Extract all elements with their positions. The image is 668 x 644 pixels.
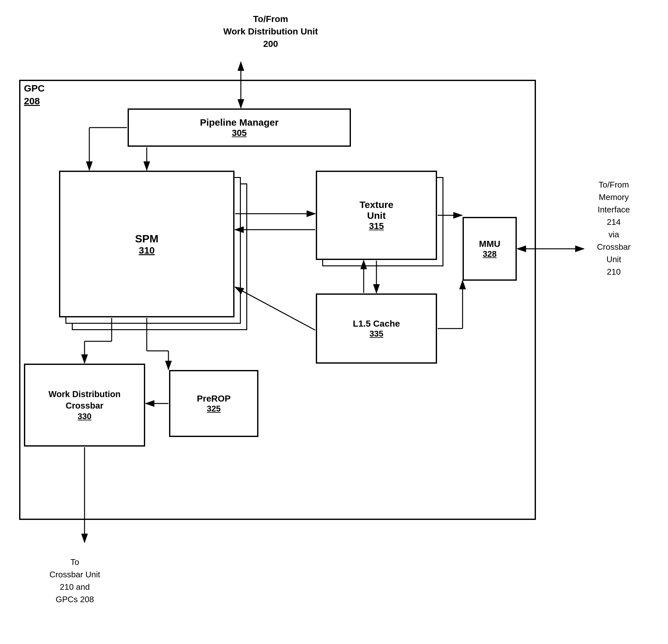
spm-title: SPM	[135, 232, 158, 245]
bottom-label-l3: 210 and	[49, 581, 100, 593]
texture-unit-title: Texture	[360, 199, 393, 210]
work-dist-crossbar-box: Work Distribution Crossbar 330	[24, 364, 145, 447]
bottom-label: To Crossbar Unit 210 and GPCs 208	[49, 556, 100, 606]
right-label-l2: Memory	[579, 191, 649, 203]
gpc-number: 208	[24, 96, 40, 107]
l15-cache-title: L1.5 Cache	[353, 319, 400, 329]
wdc-number: 330	[77, 412, 91, 421]
diagram-container: To/From Work Distribution Unit 200 To/Fr…	[0, 0, 668, 644]
texture-unit-title2: Unit	[367, 210, 386, 221]
texture-unit-number: 315	[369, 221, 384, 231]
right-label: To/From Memory Interface 214 via Crossba…	[579, 179, 649, 278]
mmu-number: 328	[483, 249, 496, 259]
mmu-box: MMU 328	[462, 217, 517, 281]
right-label-l6: Crossbar	[579, 241, 649, 253]
right-label-l3: Interface	[579, 203, 649, 216]
wdc-title1: Work Distribution	[48, 389, 121, 400]
pipeline-manager-box: Pipeline Manager 305	[127, 108, 351, 147]
prerop-number: 325	[207, 404, 221, 414]
l15-cache-box: L1.5 Cache 335	[316, 293, 437, 364]
right-label-l7: Unit	[579, 253, 649, 266]
right-label-l1: To/From	[579, 179, 649, 191]
bottom-label-l4: GPCs 208	[49, 593, 100, 606]
right-label-l5: via	[579, 228, 649, 241]
spm-number: 310	[139, 245, 155, 256]
top-label-line1: To/From	[223, 13, 318, 25]
pipeline-manager-title: Pipeline Manager	[200, 117, 279, 128]
top-label-line3: 200	[223, 37, 318, 50]
spm-box: SPM 310	[59, 171, 234, 317]
wdc-title2: Crossbar	[66, 400, 104, 412]
right-label-l4: 214	[579, 216, 649, 228]
right-label-l8: 210	[579, 266, 649, 278]
bottom-label-l2: Crossbar Unit	[49, 568, 100, 581]
mmu-title: MMU	[479, 239, 501, 249]
prerop-box: PreROP 325	[169, 370, 258, 437]
texture-unit-box: Texture Unit 315	[316, 171, 437, 260]
top-label-line2: Work Distribution Unit	[223, 25, 318, 37]
gpc-label: GPC	[24, 83, 45, 94]
pipeline-manager-number: 305	[232, 128, 247, 138]
prerop-title: PreROP	[197, 394, 231, 404]
l15-cache-number: 335	[369, 329, 383, 339]
bottom-label-l1: To	[49, 556, 100, 568]
top-label: To/From Work Distribution Unit 200	[223, 13, 318, 50]
